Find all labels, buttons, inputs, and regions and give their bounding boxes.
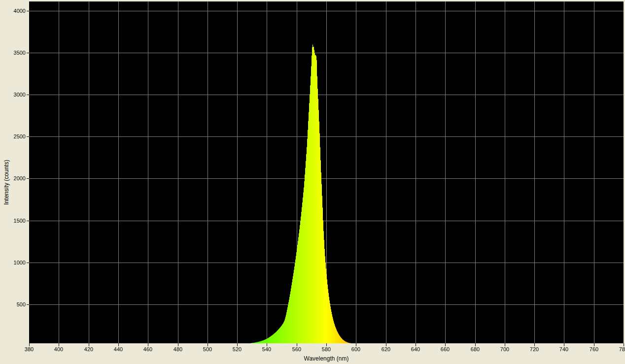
- y-tick-mark: [27, 178, 29, 179]
- x-tick-label: 500: [198, 346, 217, 352]
- x-tick-label: 620: [376, 346, 396, 352]
- y-tick-mark: [27, 95, 29, 95]
- y-tick-label: 4000: [4, 8, 26, 14]
- y-tick-label: 2000: [4, 175, 26, 181]
- x-tick-label: 600: [346, 346, 366, 352]
- x-tick-label: 780: [614, 346, 625, 352]
- x-tick-label: 540: [257, 346, 277, 352]
- y-tick-label: 3500: [4, 50, 26, 56]
- y-tick-mark: [27, 53, 29, 53]
- y-tick-label: 2500: [4, 133, 26, 139]
- x-tick-label: 720: [524, 346, 544, 352]
- y-tick-label: 1000: [4, 260, 26, 265]
- y-tick-mark: [27, 263, 29, 263]
- y-axis-title: Intensity (counts): [3, 160, 10, 204]
- y-tick-mark: [27, 221, 29, 221]
- x-tick-label: 700: [495, 346, 515, 352]
- x-tick-label: 520: [227, 346, 247, 352]
- x-tick-label: 480: [168, 346, 188, 352]
- x-tick-label: 440: [108, 346, 128, 352]
- x-tick-label: 460: [138, 346, 158, 352]
- x-tick-label: 380: [19, 346, 39, 352]
- y-tick-mark: [27, 136, 29, 137]
- y-tick-mark: [27, 11, 29, 11]
- y-tick-label: 3000: [4, 92, 26, 98]
- x-axis-title: Wavelength (nm): [29, 355, 624, 362]
- x-tick-label: 400: [49, 346, 69, 352]
- x-tick-label: 680: [465, 346, 485, 352]
- spectrum-chart-plot-area: [29, 1, 624, 343]
- x-tick-label: 580: [316, 346, 336, 352]
- spectrometer-screen: Intensity (counts) 500100015002000250030…: [0, 0, 625, 364]
- x-tick-label: 760: [584, 346, 604, 352]
- x-tick-label: 420: [79, 346, 99, 352]
- x-tick-label: 560: [287, 346, 307, 352]
- x-tick-label: 740: [554, 346, 574, 352]
- y-tick-label: 500: [4, 301, 26, 307]
- y-tick-mark: [27, 304, 29, 305]
- x-tick-label: 640: [406, 346, 425, 352]
- x-tick-label: 660: [435, 346, 455, 352]
- y-tick-label: 1500: [4, 218, 26, 224]
